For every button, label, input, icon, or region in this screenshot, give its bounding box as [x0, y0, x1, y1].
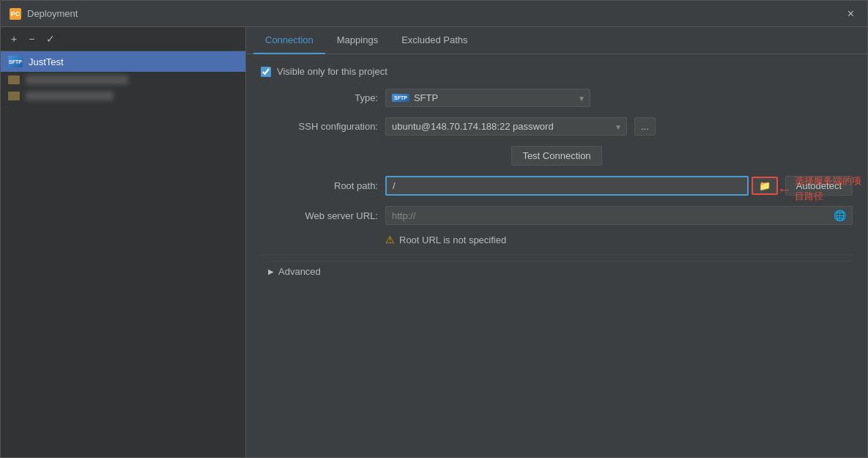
web-server-label: Web server URL: — [261, 210, 378, 221]
tab-mappings[interactable]: Mappings — [325, 27, 390, 54]
ssh-ellipsis-button[interactable]: ... — [634, 117, 656, 136]
folder-icon — [8, 75, 20, 84]
tab-excluded-paths[interactable]: Excluded Paths — [390, 27, 479, 54]
divider — [261, 254, 853, 255]
sidebar-item-blurred1[interactable] — [1, 72, 245, 88]
folder-icon — [8, 92, 20, 100]
annotation-arrow-icon: ← — [777, 181, 792, 198]
title-bar-left: PC Deployment — [10, 8, 78, 20]
root-path-input[interactable] — [385, 176, 749, 196]
ssh-select[interactable]: ubuntu@148.70.174.188:22 password ▼ — [385, 117, 627, 136]
test-connection-row: Test Connection — [261, 146, 853, 166]
advanced-row[interactable]: ▶ Advanced — [268, 261, 853, 281]
annotation-callout: ← 选择服务端的项 目路径 — [777, 174, 861, 204]
tab-connection[interactable]: Connection — [253, 27, 325, 54]
sidebar-toolbar: + − ✓ — [1, 27, 245, 51]
url-input-wrap: 🌐 — [385, 206, 853, 225]
blurred-label — [26, 92, 114, 100]
browse-folder-button[interactable]: 📁 — [752, 177, 778, 195]
visible-checkbox[interactable] — [261, 67, 271, 77]
warning-icon: ⚠ — [385, 234, 395, 245]
ssh-label-text: SSH configuration: — [299, 121, 378, 132]
root-path-input-wrap: 📁 — [385, 176, 778, 196]
sidebar-item-justtest[interactable]: SFTP JustTest — [1, 51, 245, 72]
folder-browse-icon: 📁 — [759, 180, 771, 191]
right-panel: Connection Mappings Excluded Paths Visib… — [246, 27, 867, 457]
web-server-url-row: Web server URL: 🌐 — [261, 206, 853, 225]
blurred-label — [26, 75, 128, 84]
dialog-title: Deployment — [27, 8, 78, 19]
type-select[interactable]: SFTP SFTP ▼ — [385, 89, 590, 107]
ssh-dropdown-arrow-icon: ▼ — [615, 122, 622, 130]
warning-text: Root URL is not specified — [399, 234, 506, 245]
app-icon: PC — [10, 8, 21, 20]
root-path-label-text: Root path: — [334, 180, 378, 191]
remove-button[interactable]: − — [24, 32, 39, 46]
warning-row: ⚠ Root URL is not specified — [385, 234, 853, 245]
add-button[interactable]: + — [7, 32, 21, 46]
form-area: Visible only for this project Type: SFTP… — [246, 54, 867, 457]
sidebar: + − ✓ SFTP JustTest — [1, 27, 246, 457]
root-path-row: Root path: 📁 Autodetect — [261, 176, 853, 196]
sftp-badge: SFTP — [392, 94, 409, 103]
visible-label: Visible only for this project — [277, 66, 387, 77]
sidebar-item-blurred2[interactable] — [1, 88, 245, 104]
sidebar-item-label: JustTest — [29, 56, 64, 67]
sftp-icon: SFTP — [8, 56, 23, 67]
check-button[interactable]: ✓ — [42, 32, 59, 46]
test-connection-button[interactable]: Test Connection — [511, 146, 601, 166]
advanced-arrow-icon: ▶ — [268, 267, 274, 276]
type-row: Type: SFTP SFTP ▼ — [261, 89, 853, 107]
type-value: SFTP — [414, 92, 438, 103]
globe-icon: 🌐 — [828, 207, 852, 224]
visible-checkbox-row: Visible only for this project — [261, 66, 853, 77]
root-path-label: Root path: — [261, 180, 378, 191]
annotation-text: 选择服务端的项 目路径 — [795, 174, 861, 204]
ssh-label: SSH configuration: — [261, 121, 378, 132]
dropdown-arrow-icon: ▼ — [578, 94, 585, 102]
type-label: Type: — [261, 92, 378, 103]
ssh-config-row: SSH configuration: ubuntu@148.70.174.188… — [261, 117, 853, 136]
ssh-value: ubuntu@148.70.174.188:22 password — [392, 121, 554, 132]
tabs-bar: Connection Mappings Excluded Paths — [246, 27, 867, 54]
close-button[interactable]: × — [843, 6, 858, 22]
main-content: + − ✓ SFTP JustTest Connection Mapp — [1, 27, 867, 457]
web-server-url-input[interactable] — [386, 207, 828, 224]
advanced-label[interactable]: Advanced — [278, 266, 321, 277]
title-bar: PC Deployment × — [1, 1, 867, 27]
deployment-dialog: PC Deployment × + − ✓ SFTP JustTest — [0, 0, 868, 458]
